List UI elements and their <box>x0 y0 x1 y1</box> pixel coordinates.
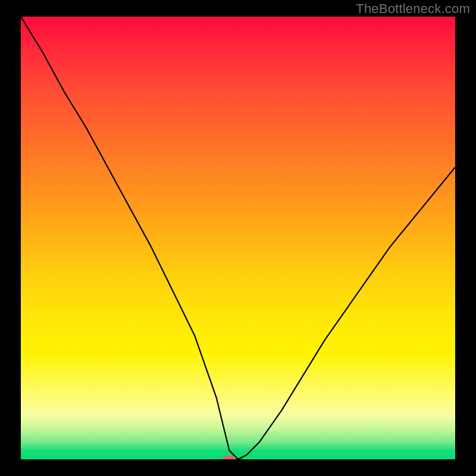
chart-frame: TheBottleneck.com <box>0 0 476 476</box>
curve-svg <box>21 17 455 459</box>
optimal-marker <box>223 456 236 459</box>
bottleneck-curve <box>21 17 455 459</box>
plot-area <box>21 17 455 459</box>
watermark-text: TheBottleneck.com <box>356 1 470 17</box>
